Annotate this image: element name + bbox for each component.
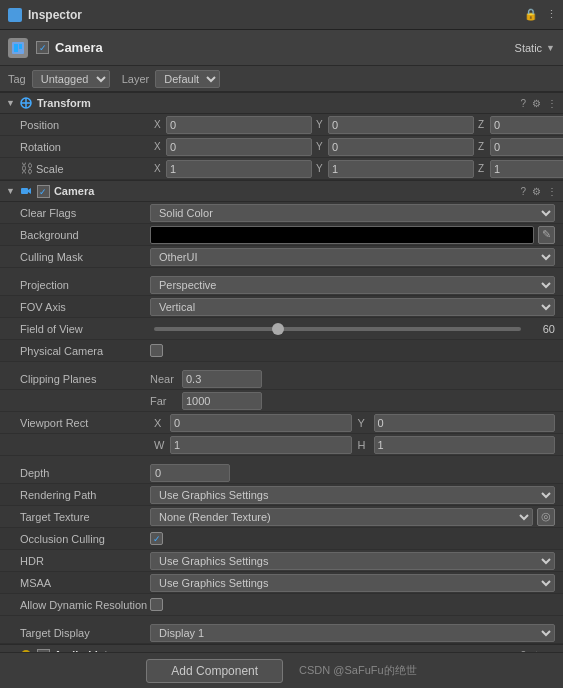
hdr-dropdown[interactable]: Use Graphics Settings	[150, 552, 555, 570]
background-value: ✎	[150, 226, 555, 244]
tag-dropdown[interactable]: Untagged	[32, 70, 110, 88]
position-z-item: Z	[478, 116, 563, 134]
svg-rect-6	[21, 188, 28, 194]
vp-w-item: W	[154, 436, 352, 454]
position-y-input[interactable]	[328, 116, 474, 134]
rotation-y-item: Y	[316, 138, 474, 156]
background-label: Background	[20, 229, 150, 241]
camera-active-checkbox[interactable]	[37, 185, 50, 198]
vp-w-axis: W	[154, 439, 168, 451]
tag-label: Tag	[8, 73, 26, 85]
vp-x-input[interactable]	[170, 414, 352, 432]
rotation-x-item: X	[154, 138, 312, 156]
transform-help-icon[interactable]: ?	[520, 98, 526, 109]
transform-collapse-arrow: ▼	[6, 98, 15, 108]
depth-label: Depth	[20, 467, 150, 479]
projection-dropdown[interactable]: Perspective	[150, 276, 555, 294]
fov-axis-row: FOV Axis Vertical	[0, 296, 563, 318]
background-color-swatch[interactable]	[150, 226, 534, 244]
hdr-value: Use Graphics Settings	[150, 552, 555, 570]
scale-label: ⛓ Scale	[20, 161, 150, 176]
add-component-button[interactable]: Add Component	[146, 659, 283, 683]
transform-menu-icon[interactable]: ⋮	[547, 98, 557, 109]
lock-icon[interactable]: 🔒	[524, 8, 538, 21]
camera-section-header[interactable]: ▼ Camera ? ⚙ ⋮	[0, 180, 563, 202]
fov-row: Field of View 60	[0, 318, 563, 340]
camera-section-icon	[19, 184, 33, 198]
color-picker-button[interactable]: ✎	[538, 226, 555, 244]
sy-axis-label: Y	[316, 163, 326, 174]
transform-section-header[interactable]: ▼ Transform ? ⚙ ⋮	[0, 92, 563, 114]
fov-label: Field of View	[20, 323, 150, 335]
inspector-panel: Inspector 🔒 ⋮ Camera Static ▼ Tag Untagg…	[0, 0, 563, 652]
header-icons: 🔒 ⋮	[524, 8, 557, 21]
clear-flags-row: Clear Flags Solid Color	[0, 202, 563, 224]
vp-h-input[interactable]	[374, 436, 556, 454]
object-active-checkbox[interactable]	[36, 41, 49, 54]
msaa-label: MSAA	[20, 577, 150, 589]
vp-y-input[interactable]	[374, 414, 556, 432]
rotation-y-input[interactable]	[328, 138, 474, 156]
msaa-dropdown[interactable]: Use Graphics Settings	[150, 574, 555, 592]
far-label: Far	[150, 395, 182, 407]
scale-z-input[interactable]	[490, 160, 563, 178]
inspector-tab-icon	[8, 8, 22, 22]
culling-mask-dropdown[interactable]: OtherUI	[150, 248, 555, 266]
rotation-z-input[interactable]	[490, 138, 563, 156]
target-texture-pick-button[interactable]: ◎	[537, 508, 555, 526]
camera-settings-icon[interactable]: ⚙	[532, 186, 541, 197]
clipping-near-row: Clipping Planes Near	[0, 368, 563, 390]
ry-axis-label: Y	[316, 141, 326, 152]
rendering-path-row: Rendering Path Use Graphics Settings	[0, 484, 563, 506]
near-input[interactable]	[182, 370, 262, 388]
camera-menu-icon[interactable]: ⋮	[547, 186, 557, 197]
clear-flags-label: Clear Flags	[20, 207, 150, 219]
vp-y-item: Y	[358, 414, 556, 432]
position-inputs: X Y Z	[154, 116, 563, 134]
position-row: Position X Y Z	[0, 114, 563, 136]
layer-dropdown[interactable]: Default	[155, 70, 220, 88]
allow-dynamic-checkbox[interactable]	[150, 598, 163, 611]
occlusion-culling-checkbox[interactable]	[150, 532, 163, 545]
object-header: Camera Static ▼	[0, 30, 563, 66]
target-texture-dropdown[interactable]: None (Render Texture)	[150, 508, 533, 526]
rendering-path-dropdown[interactable]: Use Graphics Settings	[150, 486, 555, 504]
static-label: Static	[515, 42, 543, 54]
rotation-x-input[interactable]	[166, 138, 312, 156]
rotation-label: Rotation	[20, 141, 150, 153]
occlusion-culling-row: Occlusion Culling	[0, 528, 563, 550]
clear-flags-dropdown[interactable]: Solid Color	[150, 204, 555, 222]
svg-rect-1	[14, 44, 18, 52]
fov-slider[interactable]	[154, 327, 521, 331]
rotation-inputs: X Y Z	[154, 138, 563, 156]
rendering-path-value: Use Graphics Settings	[150, 486, 555, 504]
fov-axis-label: FOV Axis	[20, 301, 150, 313]
transform-actions: ? ⚙ ⋮	[520, 98, 557, 109]
vp-x-item: X	[154, 414, 352, 432]
target-display-dropdown[interactable]: Display 1	[150, 624, 555, 642]
camera-help-icon[interactable]: ?	[520, 186, 526, 197]
fov-axis-dropdown[interactable]: Vertical	[150, 298, 555, 316]
transform-settings-icon[interactable]: ⚙	[532, 98, 541, 109]
camera-section-title: Camera	[54, 185, 521, 197]
depth-input[interactable]	[150, 464, 230, 482]
position-x-input[interactable]	[166, 116, 312, 134]
audio-listener-section[interactable]: ▼ ♪ Audio Listener ? ⚙ ⋮	[0, 644, 563, 652]
object-name: Camera	[55, 40, 515, 55]
menu-icon[interactable]: ⋮	[546, 8, 557, 21]
viewport-xy-inputs: X Y	[154, 414, 555, 432]
hdr-label: HDR	[20, 555, 150, 567]
position-y-item: Y	[316, 116, 474, 134]
scale-x-input[interactable]	[166, 160, 312, 178]
rotation-z-item: Z	[478, 138, 563, 156]
svg-marker-7	[28, 188, 31, 194]
vp-w-input[interactable]	[170, 436, 352, 454]
far-input[interactable]	[182, 392, 262, 410]
scale-y-input[interactable]	[328, 160, 474, 178]
static-dropdown-arrow[interactable]: ▼	[546, 43, 555, 53]
rendering-path-label: Rendering Path	[20, 489, 150, 501]
scale-x-item: X	[154, 160, 312, 178]
physical-camera-checkbox[interactable]	[150, 344, 163, 357]
position-z-input[interactable]	[490, 116, 563, 134]
clipping-planes-label: Clipping Planes	[20, 373, 150, 385]
